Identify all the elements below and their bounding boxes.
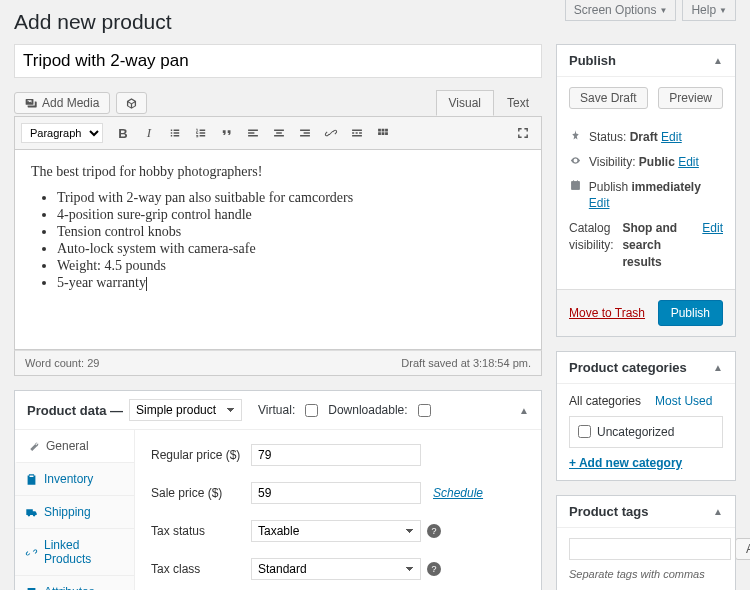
edit-status-link[interactable]: Edit (661, 130, 682, 144)
move-to-trash-link[interactable]: Move to Trash (569, 306, 645, 320)
wrench-icon (27, 440, 40, 453)
screen-options-tab[interactable]: Screen Options ▼ (565, 0, 677, 21)
note-icon (25, 586, 38, 591)
quote-button[interactable] (215, 121, 239, 145)
downloadable-checkbox[interactable] (418, 404, 431, 417)
link-icon (25, 546, 38, 559)
eye-icon (569, 154, 583, 167)
categories-title: Product categories (569, 360, 687, 375)
sale-price-input[interactable] (251, 482, 421, 504)
sale-price-label: Sale price ($) (151, 486, 251, 500)
fullscreen-button[interactable] (511, 121, 535, 145)
edit-catalog-link[interactable]: Edit (702, 220, 723, 237)
number-list-button[interactable] (189, 121, 213, 145)
edit-visibility-link[interactable]: Edit (678, 155, 699, 169)
cat-tab-all[interactable]: All categories (569, 394, 641, 408)
tags-hint: Separate tags with commas (569, 568, 723, 580)
tax-status-select[interactable]: Taxable (251, 520, 421, 542)
uncategorized-checkbox[interactable] (578, 425, 591, 438)
tags-toggle[interactable]: ▲ (713, 506, 723, 517)
pd-tab-inventory[interactable]: Inventory (15, 463, 134, 496)
clipboard-icon (25, 473, 38, 486)
pin-icon (569, 129, 583, 142)
tab-visual[interactable]: Visual (436, 90, 494, 116)
help-tab[interactable]: Help ▼ (682, 0, 736, 21)
save-draft-button[interactable]: Save Draft (569, 87, 648, 109)
format-select[interactable]: Paragraph (21, 123, 103, 143)
cat-tab-used[interactable]: Most Used (655, 394, 712, 408)
preview-button[interactable]: Preview (658, 87, 723, 109)
tags-input[interactable] (569, 538, 731, 560)
bold-button[interactable]: B (111, 121, 135, 145)
pd-tab-linked[interactable]: Linked Products (15, 529, 134, 576)
downloadable-label: Downloadable: (328, 403, 407, 417)
pd-tab-general[interactable]: General (15, 430, 134, 463)
regular-price-label: Regular price ($) (151, 448, 251, 462)
editor-content[interactable]: The best tripod for hobby photographers!… (14, 150, 542, 350)
publish-title: Publish (569, 53, 616, 68)
bullet-list-button[interactable] (163, 121, 187, 145)
add-media-button[interactable]: Add Media (14, 92, 110, 114)
regular-price-input[interactable] (251, 444, 421, 466)
tab-text[interactable]: Text (494, 90, 542, 116)
readmore-button[interactable] (345, 121, 369, 145)
italic-button[interactable]: I (137, 121, 161, 145)
virtual-label: Virtual: (258, 403, 295, 417)
editor-toolbar: Paragraph B I (14, 116, 542, 150)
publish-toggle[interactable]: ▲ (713, 55, 723, 66)
categories-toggle[interactable]: ▲ (713, 362, 723, 373)
autosave-status: Draft saved at 3:18:54 pm. (401, 357, 531, 369)
pd-tab-attributes[interactable]: Attributes (15, 576, 134, 590)
tax-class-label: Tax class (151, 562, 251, 576)
tags-add-button[interactable]: Add (735, 538, 750, 560)
product-data-toggle[interactable]: ▲ (519, 405, 529, 416)
align-left-button[interactable] (241, 121, 265, 145)
help-icon[interactable]: ? (427, 524, 441, 538)
calendar-icon (569, 179, 583, 192)
uncategorized-label: Uncategorized (597, 425, 674, 439)
align-center-button[interactable] (267, 121, 291, 145)
tax-class-select[interactable]: Standard (251, 558, 421, 580)
schedule-link[interactable]: Schedule (433, 486, 483, 500)
media-icon (25, 97, 38, 110)
tax-status-label: Tax status (151, 524, 251, 538)
product-title-input[interactable] (14, 44, 542, 78)
toolbar-toggle-button[interactable] (371, 121, 395, 145)
truck-icon (25, 506, 38, 519)
cube-icon (125, 97, 138, 110)
pd-tab-shipping[interactable]: Shipping (15, 496, 134, 529)
virtual-checkbox[interactable] (305, 404, 318, 417)
tags-title: Product tags (569, 504, 648, 519)
product-type-select[interactable]: Simple product (129, 399, 242, 421)
edit-publish-link[interactable]: Edit (589, 196, 610, 210)
word-count: Word count: 29 (25, 357, 99, 369)
product-data-title: Product data — (27, 403, 123, 418)
link-button[interactable] (319, 121, 343, 145)
publish-button[interactable]: Publish (658, 300, 723, 326)
add-new-category-link[interactable]: + Add new category (569, 456, 682, 470)
align-right-button[interactable] (293, 121, 317, 145)
help-icon[interactable]: ? (427, 562, 441, 576)
woo-insert-button[interactable] (116, 92, 147, 114)
